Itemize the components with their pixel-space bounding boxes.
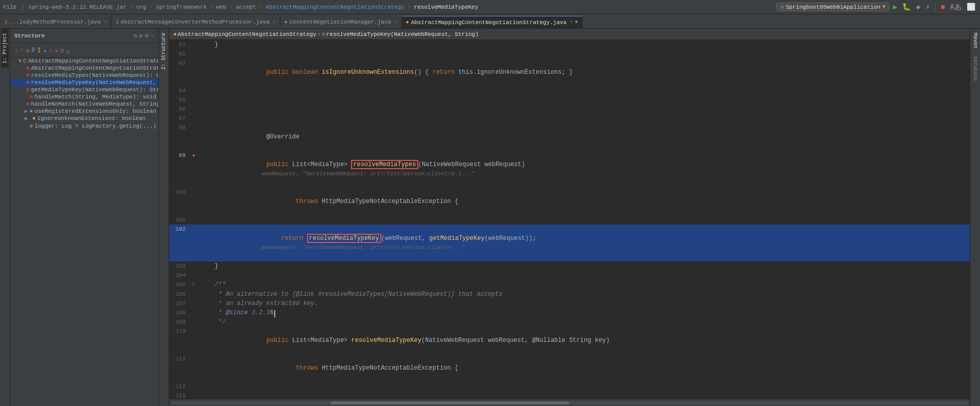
profile-button[interactable]: ⚡	[924, 2, 931, 12]
tree-expand-registered[interactable]: ▶	[25, 108, 28, 114]
tree-expand-ignore[interactable]: ▶	[25, 115, 31, 121]
tab-content-negotiation[interactable]: ● ContentNegotiationManager.java ×	[280, 16, 402, 28]
tab-close-4[interactable]: ×	[570, 19, 573, 25]
gutter-cell	[190, 225, 198, 261]
inline-hint-99: webRequest: "ServletWebRequest: uri=/tes…	[262, 171, 475, 177]
line-number: 103	[169, 261, 190, 271]
breadcrumb-class[interactable]: AbstractMappingContentNegotiationStrateg…	[266, 4, 404, 10]
tab-abstract-message[interactable]: J AbstractMessageConverterMethodProcesso…	[111, 16, 280, 28]
table-row: 104	[169, 271, 970, 280]
stop-button[interactable]: ■	[939, 2, 946, 12]
run-config[interactable]: ⚙ Springboot05Web01Application ▼	[777, 3, 889, 11]
tree-item-ignore-unknown[interactable]: ▶ ● ignoreUnknownExtensions: boolean	[10, 115, 158, 122]
table-row: 110 public List<MediaType> resolveMediaT…	[169, 327, 970, 354]
breadcrumb-org[interactable]: org	[136, 4, 147, 10]
code-cell: @Override	[198, 123, 970, 151]
tab-close-2[interactable]: ×	[273, 19, 276, 25]
tree-label-handle-match: handleMatch(String, MediaType): void	[34, 94, 156, 100]
tree-item-handle-no-match[interactable]: m handleNoMatch(NativeWebRequest, String…	[10, 100, 158, 108]
sidebar-btn-8[interactable]: △	[66, 47, 70, 55]
maximize-button[interactable]: ⬜	[965, 2, 977, 12]
tree-item-get-media-type-key[interactable]: m getMediaTypeKey(NativeWebRequest): Str…	[10, 86, 158, 93]
table-row: 113 if (StringUtils.hasText(key)) {	[169, 391, 970, 399]
gutter-cell	[190, 188, 198, 215]
sort-button[interactable]: ⇄	[139, 32, 142, 39]
sidebar-btn-1[interactable]: ↓	[14, 47, 18, 55]
method-icon-4: m	[26, 87, 30, 93]
minus-button[interactable]: −	[151, 32, 154, 39]
code-cell: public boolean isIgnoreUnknownExtensions…	[198, 58, 970, 86]
sidebar-btn-i[interactable]: I	[37, 47, 41, 55]
gutter-cell	[190, 327, 198, 354]
project-tab-strip: 1: Project	[0, 29, 10, 406]
line-number: 96	[169, 105, 190, 114]
line-number: 111	[169, 354, 190, 382]
breadcrumb-accept[interactable]: accept	[236, 4, 256, 10]
tree-label-get-media-type-key: getMediaTypeKey(NativeWebRequest): Strin…	[31, 87, 158, 93]
breadcrumb-web[interactable]: web	[216, 4, 227, 10]
structure-tab-item[interactable]: 2: Structure	[160, 29, 168, 74]
gutter-cell	[190, 308, 198, 317]
sidebar-btn-6[interactable]: ✕	[54, 47, 58, 55]
tab-icon-interface-3: ●	[284, 19, 288, 25]
right-tab-database[interactable]: Database	[971, 52, 979, 85]
code-cell	[198, 86, 970, 95]
line-number: 97	[169, 114, 190, 123]
field-icon-1: ●	[30, 108, 33, 114]
breadcrumb-jar[interactable]: spring-web-5.2.12.RELEASE.jar	[29, 4, 127, 10]
sidebar-btn-2[interactable]: ↑	[20, 47, 24, 55]
tree-label-resolve-media-type-key: resolveMediaTypeKey(NativeWebRequest, St…	[31, 79, 158, 86]
sidebar-btn-7[interactable]: ▽	[60, 47, 64, 55]
tab-icon-java-2: J	[115, 19, 118, 25]
settings-button[interactable]: ⚙	[145, 32, 149, 39]
line-number: 94	[169, 86, 190, 95]
table-row: 102 return resolveMediaTypeKey(webReques…	[169, 225, 970, 261]
tree-root[interactable]: ▼ C AbstractMappingContentNegotiationStr…	[10, 57, 158, 65]
breadcrumb-springframework[interactable]: springframework	[156, 4, 207, 10]
table-row: 93 public boolean isIgnoreUnknownExtensi…	[169, 58, 970, 86]
tab-close-1[interactable]: ×	[104, 19, 107, 25]
tab-lody[interactable]: J ...lodyMethodProcessor.java ×	[0, 16, 111, 28]
sidebar-btn-3[interactable]: ⊙	[26, 47, 29, 55]
bc-class-name[interactable]: AbstractMappingContentNegotiationStrateg…	[178, 31, 317, 37]
table-row: 94	[169, 86, 970, 95]
line-number: 98	[169, 123, 190, 151]
line-number: 91	[169, 40, 190, 49]
table-row: 101	[169, 215, 970, 225]
sidebar-btn-4[interactable]: ✦	[43, 47, 47, 55]
tab-close-3[interactable]: ×	[394, 19, 397, 25]
code-scroll-area[interactable]: 91 } 92 93	[169, 40, 970, 399]
project-tab-item[interactable]: 1: Project	[1, 29, 9, 68]
table-row: 109 */	[169, 317, 970, 327]
menu-file[interactable]: File	[3, 4, 16, 10]
gutter-cell	[190, 86, 198, 95]
code-cell: * an already extracted key.	[198, 299, 970, 308]
tab-icon-interface-4: ●	[406, 19, 409, 25]
tree-item-resolve-media-type-key[interactable]: m resolveMediaTypeKey(NativeWebRequest, …	[10, 79, 158, 86]
tree-item-resolve-media-types[interactable]: m resolveMediaTypes(NativeWebRequest): L…	[10, 72, 158, 79]
tree-item-use-registered[interactable]: ▶ ● useRegisteredExtensionsOnly: boolean	[10, 108, 158, 115]
sidebar-btn-5[interactable]: ○	[49, 47, 52, 55]
gutter-cell	[190, 317, 198, 327]
tab-abstract-mapping[interactable]: ● AbstractMappingContentNegotiationStrat…	[402, 16, 583, 28]
line-number: 110	[169, 327, 190, 354]
coverage-button[interactable]: ◈	[914, 2, 922, 12]
gutter-cell	[190, 95, 198, 105]
code-cell: throws HttpMediaTypeNotAcceptableExcepti…	[198, 354, 970, 382]
breadcrumb-method[interactable]: resolveMediaTypeKey	[414, 4, 478, 10]
tree-item-constructor[interactable]: m AbstractMappingContentNegotiationStrat…	[10, 65, 158, 72]
run-button[interactable]: ▶	[891, 2, 899, 12]
tree-label-use-registered: useRegisteredExtensionsOnly: boolean	[34, 108, 156, 114]
tree-item-handle-match[interactable]: m handleMatch(String, MediaType): void	[10, 93, 158, 100]
sort-alpha-button[interactable]: ⇅	[133, 32, 137, 39]
sidebar-btn-p[interactable]: P	[32, 47, 35, 55]
tree-item-logger[interactable]: ⊙ logger: Log = LogFactory.getLog(...)	[10, 122, 158, 130]
debug-button[interactable]: 🐛	[901, 2, 912, 12]
translate-button[interactable]: Aあ	[949, 2, 963, 13]
scroll-thumb[interactable]	[331, 401, 569, 404]
bc-method-name[interactable]: resolveMediaTypeKey(NativeWebRequest, St…	[326, 31, 478, 37]
right-tab-maven[interactable]: Maven	[971, 29, 979, 52]
code-cell: throws HttpMediaTypeNotAcceptableExcepti…	[198, 188, 970, 215]
scroll-track[interactable]	[171, 401, 968, 404]
bottom-scrollbar[interactable]	[169, 399, 970, 406]
